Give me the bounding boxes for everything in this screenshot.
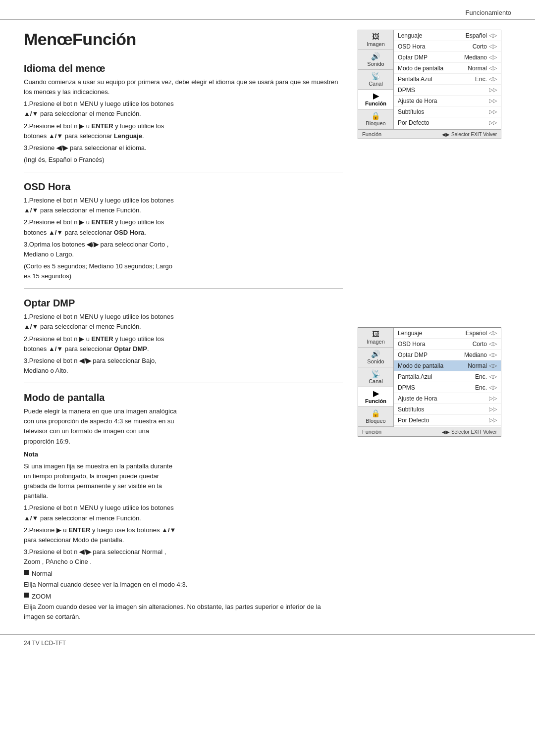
sonido-icon-2: 🔊	[371, 350, 380, 357]
row-arrows-ajuste-2: ▷▷	[489, 395, 497, 402]
row-value-pantalla-1: Enc.	[475, 76, 487, 83]
canal-icon-1: 📡	[371, 72, 380, 80]
row-label-optardmp-2: Optar DMP	[398, 352, 464, 358]
section-text-idioma-2: 2.Presione el bot n ▶ u ENTER y luego ut…	[24, 121, 343, 141]
section-text-modo-2: 2.Presione ▶ u ENTER y luego use los bot…	[24, 525, 343, 545]
sidebar-item-imagen-1[interactable]: 🖼 Imagen	[358, 30, 393, 50]
row-label-osdhora-2: OSD Hora	[398, 341, 473, 348]
bloqueo-icon-2: 🔒	[371, 409, 380, 417]
canal-icon-2: 📡	[371, 370, 380, 377]
menu-row-pantalla-2: Pantalla Azul Enc. ◁▷	[394, 371, 501, 382]
menu-footer-hint-2: ◀▶ Selector EXIT Volver	[442, 429, 497, 435]
sidebar-item-sonido-1[interactable]: 🔊 Sonido	[358, 50, 393, 70]
section-text-osd-1: 2.Presione el bot n ▶ u ENTER y luego ut…	[24, 217, 343, 237]
row-label-lenguaje-1: Lenguaje	[398, 32, 466, 39]
bullet-square-normal	[24, 570, 29, 575]
menu-content-2: Lenguaje Español ◁▷ OSD Hora Corto ◁▷ Op…	[394, 328, 501, 427]
sidebar-item-bloqueo-1[interactable]: 🔒 Bloqueo	[358, 109, 393, 129]
row-arrows-modo-2: ◁▷	[489, 362, 497, 369]
section-title-optar: Optar DMP	[24, 298, 343, 309]
row-arrows-pantalla-2: ◁▷	[489, 373, 497, 380]
header-label: Funcionamiento	[466, 9, 512, 16]
imagen-icon-2: 🖼	[372, 330, 379, 338]
sidebar-item-funcion-2[interactable]: ▶ Función	[358, 387, 393, 407]
row-value-lenguaje-1: Español	[466, 32, 487, 39]
page-header: Funcionamiento	[0, 0, 535, 20]
right-panels: 🖼 Imagen 🔊 Sonido 📡 Canal ▶	[358, 30, 511, 447]
row-arrows-osdhora-1: ◁▷	[489, 43, 497, 50]
row-value-osdhora-1: Corto	[473, 43, 487, 50]
menu-row-optardmp-2: Optar DMP Mediano ◁▷	[394, 350, 501, 360]
sidebar-item-imagen-2[interactable]: 🖼 Imagen	[358, 328, 393, 348]
menu-row-pantalla-1: Pantalla Azul Enc. ◁▷	[394, 74, 501, 85]
section-text-optar-2: 3.Presione el bot n ◀/▶ para seleccionar…	[24, 356, 343, 376]
sidebar-item-label-funcion-2: Función	[365, 398, 386, 404]
menu-panel-2: 🖼 Imagen 🔊 Sonido 📡 Canal ▶	[358, 327, 501, 437]
sidebar-item-label-sonido-2: Sonido	[367, 358, 384, 364]
sidebar-item-label-funcion-1: Función	[365, 101, 386, 106]
page-title: MenœFunción	[24, 30, 343, 49]
menu-content-1: Lenguaje Español ◁▷ OSD Hora Corto ◁▷ Op…	[394, 30, 501, 129]
sidebar-item-label-canal-2: Canal	[369, 378, 383, 384]
sidebar-item-canal-1[interactable]: 📡 Canal	[358, 70, 393, 90]
menu-sidebar-1: 🖼 Imagen 🔊 Sonido 📡 Canal ▶	[358, 30, 394, 129]
section-text-osd-2: 3.Oprima los botones ◀/▶ para selecciona…	[24, 240, 343, 259]
section-text-osd-0: 1.Presione el bot n MENU y luego utilice…	[24, 196, 343, 215]
sidebar-item-label-imagen-1: Imagen	[367, 41, 385, 47]
menu-row-osdhora-2: OSD Hora Corto ◁▷	[394, 339, 501, 350]
section-text-optar-1: 2.Presione el bot n ▶ u ENTER y luego ut…	[24, 334, 343, 354]
divider-3	[24, 383, 343, 383]
row-arrows-optardmp-2: ◁▷	[489, 352, 497, 358]
sidebar-item-sonido-2[interactable]: 🔊 Sonido	[358, 348, 393, 367]
menu-panel-1: 🖼 Imagen 🔊 Sonido 📡 Canal ▶	[358, 30, 501, 139]
row-label-pordefecto-1: Por Defecto	[398, 119, 487, 126]
sidebar-item-funcion-1[interactable]: ▶ Función	[358, 90, 393, 109]
row-value-lenguaje-2: Español	[466, 330, 487, 337]
menu-row-dpms-2: DPMS Enc. ◁▷	[394, 382, 501, 393]
sidebar-item-canal-2[interactable]: 📡 Canal	[358, 367, 393, 387]
row-label-ajuste-1: Ajuste de Hora	[398, 98, 487, 104]
row-arrows-subtitulos-2: ▷▷	[489, 406, 497, 412]
row-arrows-pordefecto-1: ▷▷	[489, 119, 497, 126]
row-arrows-dpms-2: ◁▷	[489, 384, 497, 391]
row-value-osdhora-2: Corto	[473, 341, 487, 348]
row-label-subtitulos-2: Subtítulos	[398, 406, 487, 413]
section-text-modo-3: 3.Presione el bot n ◀/▶ para seleccionar…	[24, 547, 343, 567]
menu-row-osdhora-1: OSD Hora Corto ◁▷	[394, 41, 501, 52]
row-arrows-lenguaje-2: ◁▷	[489, 330, 497, 336]
section-title-modo: Modo de pantalla	[24, 392, 343, 403]
divider-2	[24, 288, 343, 289]
menu-row-pordefecto-2: Por Defecto ▷▷	[394, 415, 501, 426]
bloqueo-icon-1: 🔒	[371, 112, 380, 119]
sonido-icon-1: 🔊	[371, 52, 380, 60]
row-label-osdhora-1: OSD Hora	[398, 43, 473, 50]
row-arrows-osdhora-2: ◁▷	[489, 341, 497, 347]
section-text-normal: Elija Normal cuando desee ver la imagen …	[24, 580, 343, 590]
section-text-modo-0: Puede elegir la manera en que una imagen…	[24, 406, 343, 447]
menu-row-modo-1: Modo de pantalla Normal ◁▷	[394, 63, 501, 74]
menu-footer-hint-1: ◀▶ Selector EXIT Volver	[442, 132, 497, 137]
row-label-lenguaje-2: Lenguaje	[398, 330, 466, 337]
section-text-zoom: Elija Zoom cuando desee ver la imagen si…	[24, 602, 343, 622]
sidebar-item-label-imagen-2: Imagen	[367, 339, 385, 345]
bullet-label-normal: Normal	[32, 569, 53, 579]
menu-row-lenguaje-2: Lenguaje Español ◁▷	[394, 328, 501, 339]
row-arrows-modo-1: ◁▷	[489, 65, 497, 71]
section-title-osd: OSD Hora	[24, 181, 343, 193]
divider-1	[24, 172, 343, 172]
section-text-modo-nota-text: Si una imagen fija se muestra en la pant…	[24, 461, 343, 502]
row-value-modo-1: Normal	[468, 65, 487, 72]
menu-row-pordefecto-1: Por Defecto ▷▷	[394, 117, 501, 128]
sidebar-item-bloqueo-2[interactable]: 🔒 Bloqueo	[358, 407, 393, 427]
menu-row-subtitulos-2: Subtítulos ▷▷	[394, 404, 501, 415]
funcion-icon-2: ▶	[373, 390, 379, 397]
row-label-subtitulos-1: Subtítulos	[398, 108, 487, 115]
section-title-idioma: Idioma del menœ	[24, 63, 343, 74]
bullet-label-zoom: ZOOM	[32, 592, 51, 602]
section-text-optar-0: 1.Presione el bot n MENU y luego utilice…	[24, 312, 343, 332]
menu-row-subtitulos-1: Subtítulos ▷▷	[394, 106, 501, 117]
menu-footer-2: Función ◀▶ Selector EXIT Volver	[358, 427, 501, 436]
section-text-idioma-4: (Ingl és, Español o Francés)	[24, 155, 343, 165]
menu-footer-label-1: Función	[362, 131, 381, 137]
menu-panel-2-body: 🖼 Imagen 🔊 Sonido 📡 Canal ▶	[358, 328, 501, 427]
